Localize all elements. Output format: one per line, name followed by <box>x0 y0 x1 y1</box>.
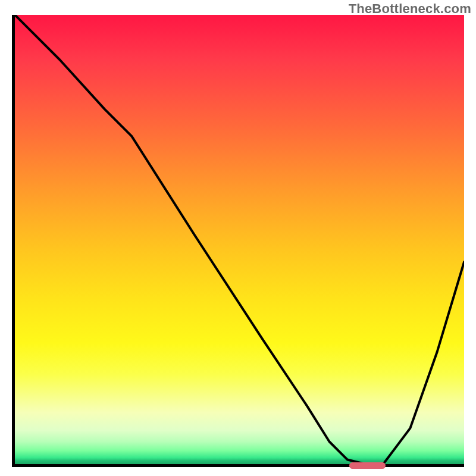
chart-frame: TheBottleneck.com <box>0 0 476 476</box>
bottleneck-curve <box>15 15 464 464</box>
optimal-range-marker <box>349 462 386 469</box>
plot-area <box>12 15 464 467</box>
